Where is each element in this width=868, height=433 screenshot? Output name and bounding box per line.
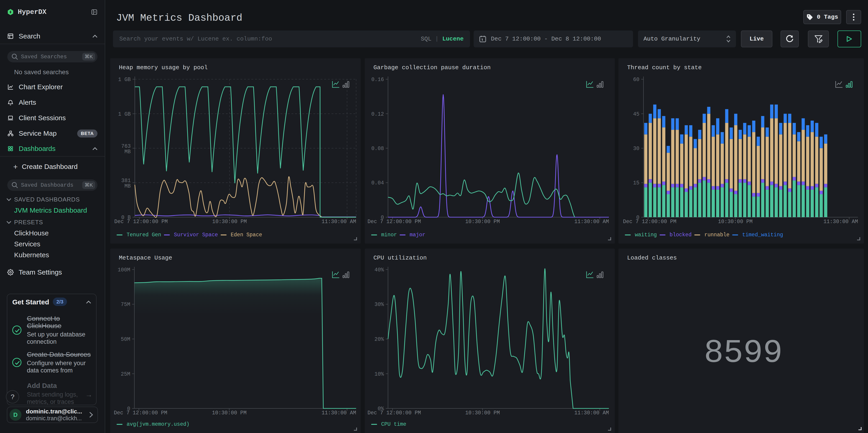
svg-text:timed_waiting: timed_waiting bbox=[742, 232, 783, 238]
svg-text:CPU time: CPU time bbox=[381, 422, 406, 427]
svg-text:Dec 7 12:00:00 PM: Dec 7 12:00:00 PM bbox=[114, 219, 168, 225]
svg-text:MB: MB bbox=[124, 183, 131, 189]
svg-text:75M: 75M bbox=[121, 302, 130, 308]
svg-text:10:30:00 PM: 10:30:00 PM bbox=[718, 219, 752, 225]
svg-text:Loaded classes: Loaded classes bbox=[627, 254, 677, 261]
svg-text:10:30:00 PM: 10:30:00 PM bbox=[465, 219, 500, 225]
svg-text:Eden Space: Eden Space bbox=[231, 232, 262, 238]
svg-text:11:30:00 AM: 11:30:00 AM bbox=[574, 410, 609, 416]
svg-text:0.08: 0.08 bbox=[371, 146, 384, 152]
svg-text:10:30:00 PM: 10:30:00 PM bbox=[212, 219, 247, 225]
svg-text:763: 763 bbox=[121, 144, 131, 149]
svg-text:381: 381 bbox=[121, 178, 131, 184]
svg-text:11:30:00 AM: 11:30:00 AM bbox=[321, 410, 356, 416]
svg-text:10:30:00 PM: 10:30:00 PM bbox=[465, 410, 500, 416]
svg-text:blocked: blocked bbox=[670, 232, 692, 238]
svg-text:1 GB: 1 GB bbox=[118, 77, 131, 83]
svg-text:11:30:00 AM: 11:30:00 AM bbox=[321, 219, 356, 225]
svg-text:major: major bbox=[410, 232, 425, 238]
svg-text:100M: 100M bbox=[118, 267, 130, 273]
svg-text:Dec 7 12:00:00 PM: Dec 7 12:00:00 PM bbox=[368, 219, 421, 225]
svg-text:Heap memory usage by pool: Heap memory usage by pool bbox=[119, 64, 208, 71]
svg-text:20%: 20% bbox=[375, 337, 384, 342]
svg-text:60: 60 bbox=[633, 77, 640, 83]
svg-text:30%: 30% bbox=[375, 302, 384, 308]
svg-text:Dec 7 12:00:00 PM: Dec 7 12:00:00 PM bbox=[368, 410, 421, 416]
svg-text:25M: 25M bbox=[121, 371, 130, 377]
svg-text:8599: 8599 bbox=[704, 335, 783, 372]
svg-text:40%: 40% bbox=[375, 267, 384, 273]
svg-text:Metaspace Usage: Metaspace Usage bbox=[119, 254, 172, 261]
svg-text:Dec 7 12:00:00 PM: Dec 7 12:00:00 PM bbox=[114, 410, 167, 416]
svg-text:1 GB: 1 GB bbox=[118, 111, 131, 117]
svg-text:11:30:00 AM: 11:30:00 AM bbox=[574, 219, 609, 225]
svg-text:0.04: 0.04 bbox=[371, 180, 384, 186]
svg-text:Dec 7 12:00:00 PM: Dec 7 12:00:00 PM bbox=[623, 219, 677, 225]
svg-text:waiting: waiting bbox=[635, 232, 657, 238]
svg-text:avg(jvm.memory.used): avg(jvm.memory.used) bbox=[127, 422, 189, 427]
svg-text:0.12: 0.12 bbox=[371, 111, 384, 117]
svg-text:Garbage collection pause durat: Garbage collection pause duration bbox=[373, 64, 491, 71]
svg-text:0.16: 0.16 bbox=[371, 77, 384, 83]
svg-text:45: 45 bbox=[633, 111, 640, 117]
svg-text:CPU utilization: CPU utilization bbox=[373, 254, 427, 261]
svg-text:minor: minor bbox=[381, 232, 397, 238]
svg-text:MB: MB bbox=[124, 149, 131, 155]
svg-text:11:30:00 AM: 11:30:00 AM bbox=[824, 219, 858, 225]
svg-text:30: 30 bbox=[633, 146, 640, 152]
svg-text:runnable: runnable bbox=[704, 232, 729, 238]
svg-text:Tenured Gen: Tenured Gen bbox=[127, 232, 161, 238]
svg-text:50M: 50M bbox=[121, 337, 130, 342]
svg-text:10:30:00 PM: 10:30:00 PM bbox=[212, 410, 247, 416]
svg-text:Thread count by state: Thread count by state bbox=[627, 64, 702, 71]
svg-text:10%: 10% bbox=[375, 371, 384, 377]
svg-text:Survivor Space: Survivor Space bbox=[174, 232, 218, 238]
svg-text:15: 15 bbox=[633, 180, 640, 186]
